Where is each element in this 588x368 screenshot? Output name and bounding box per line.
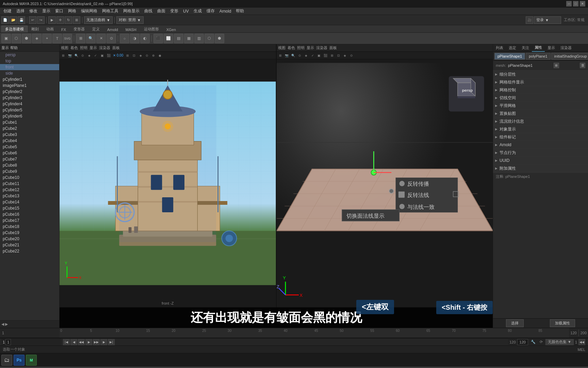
shelf-m6[interactable]: ⬡ xyxy=(205,34,214,43)
shelf-search[interactable]: 🔍 xyxy=(86,34,96,43)
taskbar-photoshop[interactable]: Ps xyxy=(14,355,24,366)
scale-tool[interactable]: ⊞ xyxy=(73,16,80,24)
attr-section-mesh-control-header[interactable]: ▶ 网格控制 xyxy=(493,86,588,94)
outliner-item-front[interactable]: front xyxy=(0,64,59,70)
next-frame-btn[interactable]: ▶ xyxy=(100,339,107,345)
vp-persp-panel-menu[interactable]: 面板 xyxy=(329,45,337,50)
vp-persp-btn5[interactable]: ◈ xyxy=(303,52,309,59)
vp-front-btn2[interactable]: 📷 xyxy=(67,52,73,59)
status-mel[interactable]: MEL xyxy=(577,348,585,352)
outliner-item-pCube16[interactable]: pCube16 xyxy=(0,211,59,217)
outliner-item-pCube2[interactable]: pCube2 xyxy=(0,125,59,132)
vp-front-snap5[interactable]: ◉ xyxy=(157,52,163,59)
outliner-item-pCube9[interactable]: pCube9 xyxy=(0,168,59,174)
shelf-icon-text[interactable]: T xyxy=(52,34,62,43)
attr-section-extra-header[interactable]: ▶ 附加属性 xyxy=(493,165,588,172)
outliner-item-side[interactable]: side xyxy=(0,70,59,76)
vp-persp-btn7[interactable]: ▣ xyxy=(316,52,322,59)
undo-btn[interactable]: ↩ xyxy=(29,16,36,24)
obj-tab-shading[interactable]: initialShadingGroup xyxy=(551,53,588,60)
shelf-icon-svg[interactable]: SVG xyxy=(63,34,72,43)
shelf-tab-变形器[interactable]: 变形器 xyxy=(70,26,88,32)
rp-tab-select[interactable]: 选定 xyxy=(506,44,519,51)
vp-front-snap2[interactable]: ◈ xyxy=(137,52,144,59)
vp-persp-show-menu[interactable]: 显示 xyxy=(307,45,314,50)
vp-persp-view-menu[interactable]: 视图 xyxy=(278,45,285,50)
outliner-item-pCube19[interactable]: pCube19 xyxy=(0,230,59,236)
timeline-track[interactable]: 0 5 10 15 20 25 30 35 40 45 50 55 60 65 … xyxy=(60,328,569,338)
camera-btn[interactable]: 🎥 xyxy=(526,16,533,24)
rp-tab-display[interactable]: 显示 xyxy=(545,44,558,51)
outliner-item-pCube17[interactable]: pCube17 xyxy=(0,217,59,224)
taskbar-explorer[interactable]: 🗂 xyxy=(1,355,12,366)
vp-persp-btn6[interactable]: ✓ xyxy=(310,52,316,59)
obj-tab-polyplane[interactable]: polyPlane1 xyxy=(526,53,550,60)
outliner-item-pCylinder5[interactable]: pCylinder5 xyxy=(0,107,59,113)
shelf-tab-FX[interactable]: FX xyxy=(58,27,70,32)
shelf-tab-MASH[interactable]: MASH xyxy=(122,27,140,32)
vp-front-render-menu[interactable]: 渲染器 xyxy=(99,45,110,50)
shelf-tab-雕刻[interactable]: 雕刻 xyxy=(28,26,43,32)
vp-persp-btn1[interactable]: ⊞ xyxy=(277,52,283,59)
vp-persp-shade-menu[interactable]: 着色 xyxy=(288,45,295,50)
outliner-item-pCube13[interactable]: pCube13 xyxy=(0,193,59,199)
attr-section-tangent-header[interactable]: ▶ 切线空间 xyxy=(493,94,588,102)
attr-section-uuid-header[interactable]: ▶ UUID xyxy=(493,157,588,164)
maximize-button[interactable]: □ xyxy=(573,1,578,6)
menu-item-UV[interactable]: UV xyxy=(181,8,191,14)
vp-front-btn5[interactable]: ◈ xyxy=(86,52,92,59)
mesh-display-btn[interactable]: 显 xyxy=(580,63,585,68)
taskbar-maya[interactable]: M xyxy=(26,355,37,366)
vp-front-btn6[interactable]: ✓ xyxy=(93,52,99,59)
range-end-field[interactable]: 120 xyxy=(517,339,528,345)
vp-persp-light-menu[interactable]: 照明 xyxy=(297,45,305,50)
outliner-item-pCube1[interactable]: pCube1 xyxy=(0,119,59,125)
next-key-btn[interactable]: ▶| xyxy=(108,339,115,345)
vp-front-grid-btn[interactable]: ⊞ xyxy=(125,52,131,59)
prev-frame-btn[interactable]: ◀ xyxy=(70,339,77,345)
outliner-item-pCylinder6[interactable]: pCylinder6 xyxy=(0,113,59,119)
vp-front-light-menu[interactable]: 照明 xyxy=(80,45,87,50)
shelf-tab-多边形建模[interactable]: 多边形建模 xyxy=(1,26,28,32)
color-set-dropdown[interactable]: 无颜色色集 ▼ xyxy=(545,339,574,345)
vp-front-show-menu[interactable]: 显示 xyxy=(89,45,97,50)
outliner-item-pCube5[interactable]: pCube5 xyxy=(0,144,59,150)
menu-item-创建[interactable]: 创建 xyxy=(1,7,14,15)
viewport-persp[interactable]: 视图 着色 照明 显示 渲染器 面板 ⊞ 📷 🔍 ⊙ ◈ ✓ ▣ ⬛ ⊞ xyxy=(277,44,493,307)
mesh-expand-btn[interactable]: ⊞ xyxy=(554,63,559,68)
vp-front-shade-menu[interactable]: 着色 xyxy=(70,45,78,50)
viewport-front[interactable]: 视图 着色 照明 显示 渲染器 面板 ⊞ 📷 🔍 ⊙ ◈ ✓ ▣ ⬛ ✕ 0.0 xyxy=(60,44,277,307)
outliner-item-pCylinder2[interactable]: pCylinder2 xyxy=(0,89,59,95)
shelf-icon-1[interactable]: ▣ xyxy=(1,34,11,43)
rp-tab-focus[interactable]: 关注 xyxy=(519,44,532,51)
outliner-item-pCube14[interactable]: pCube14 xyxy=(0,199,59,205)
vp-persp-snap3[interactable]: ⊙ xyxy=(348,52,355,59)
vp-front-snap1[interactable]: ⊡ xyxy=(131,52,137,59)
shelf-m5[interactable]: ▥ xyxy=(194,34,204,43)
shelf-m4[interactable]: ▦ xyxy=(184,34,194,43)
outliner-item-pCylinder4[interactable]: pCylinder4 xyxy=(0,101,59,107)
outliner-item-pCube20[interactable]: pCube20 xyxy=(0,236,59,242)
shelf-m1[interactable]: ⬛ xyxy=(153,34,163,43)
deform-dropdown[interactable]: 无激活曲柄 ▼ xyxy=(84,16,113,24)
menu-item-缓存[interactable]: 缓存 xyxy=(205,7,217,15)
shelf-icon-2[interactable]: ⬡ xyxy=(12,34,21,43)
viewport-front-canvas[interactable]: X Y front -Z xyxy=(60,59,276,307)
play-btn[interactable]: ▶ xyxy=(85,339,92,345)
attr-section-node-behavior-header[interactable]: ▶ 节点行为 xyxy=(493,149,588,156)
redo-btn[interactable]: ↪ xyxy=(37,16,45,24)
vp-persp-snap2[interactable]: ◈ xyxy=(342,52,348,59)
load-attr-button[interactable]: 加载属性 xyxy=(550,319,575,327)
outliner-item-pCube8[interactable]: pCube8 xyxy=(0,162,59,168)
outliner-item-pCylinder3[interactable]: pCylinder3 xyxy=(0,95,59,101)
outliner-item-pCylinder1[interactable]: pCylinder1 xyxy=(0,76,59,82)
select-button[interactable]: 选择 xyxy=(506,319,524,327)
outliner-item-pCube18[interactable]: pCube18 xyxy=(0,224,59,230)
shelf-tab-XGen[interactable]: XGen xyxy=(163,27,180,32)
menu-item-曲线[interactable]: 曲线 xyxy=(142,7,154,15)
rotate-tool[interactable]: ↻ xyxy=(65,16,72,24)
save-file-btn[interactable]: 💾 xyxy=(18,16,25,24)
menu-item-窗口[interactable]: 窗口 xyxy=(53,7,65,15)
menu-item-Arnold[interactable]: Arnold xyxy=(217,8,233,14)
move-tool[interactable]: ✛ xyxy=(56,16,64,24)
